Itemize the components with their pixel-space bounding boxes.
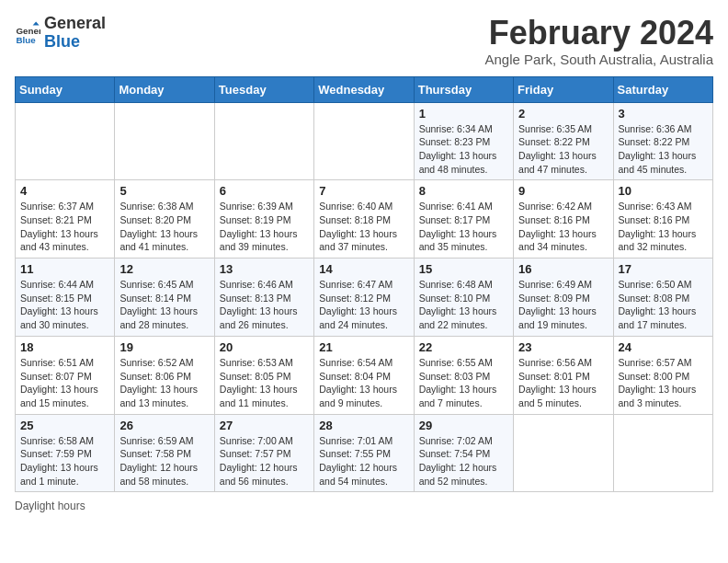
logo-text: General Blue xyxy=(44,15,106,52)
day-number: 19 xyxy=(119,340,209,354)
day-info: Sunrise: 6:35 AM Sunset: 8:22 PM Dayligh… xyxy=(518,122,608,177)
day-info: Sunrise: 6:37 AM Sunset: 8:21 PM Dayligh… xyxy=(20,200,109,254)
day-info: Sunrise: 6:49 AM Sunset: 8:09 PM Dayligh… xyxy=(518,278,608,332)
day-number: 29 xyxy=(419,419,508,432)
calendar-cell: 4Sunrise: 6:37 AM Sunset: 8:21 PM Daylig… xyxy=(16,180,115,259)
day-info: Sunrise: 6:40 AM Sunset: 8:18 PM Dayligh… xyxy=(319,200,408,254)
day-header-thursday: Thursday xyxy=(414,76,513,102)
day-info: Sunrise: 6:47 AM Sunset: 8:12 PM Dayligh… xyxy=(319,278,408,332)
day-number: 11 xyxy=(20,262,109,276)
week-row-4: 18Sunrise: 6:51 AM Sunset: 8:07 PM Dayli… xyxy=(16,336,713,414)
day-number: 4 xyxy=(20,184,109,198)
day-header-monday: Monday xyxy=(115,76,214,102)
day-info: Sunrise: 6:53 AM Sunset: 8:05 PM Dayligh… xyxy=(220,356,309,410)
day-info: Sunrise: 6:46 AM Sunset: 8:13 PM Dayligh… xyxy=(220,278,309,332)
logo-icon: General Blue xyxy=(15,20,40,46)
day-info: Sunrise: 7:00 AM Sunset: 7:57 PM Dayligh… xyxy=(220,434,309,488)
legend: Daylight hours xyxy=(15,500,713,512)
day-number: 10 xyxy=(619,184,708,198)
day-info: Sunrise: 6:43 AM Sunset: 8:16 PM Dayligh… xyxy=(619,200,708,254)
day-number: 24 xyxy=(619,340,708,354)
day-info: Sunrise: 6:58 AM Sunset: 7:59 PM Dayligh… xyxy=(20,434,109,488)
calendar-cell: 17Sunrise: 6:50 AM Sunset: 8:08 PM Dayli… xyxy=(613,259,712,337)
day-info: Sunrise: 6:41 AM Sunset: 8:17 PM Dayligh… xyxy=(419,200,508,254)
calendar-cell: 24Sunrise: 6:57 AM Sunset: 8:00 PM Dayli… xyxy=(613,336,712,414)
week-row-1: 1Sunrise: 6:34 AM Sunset: 8:23 PM Daylig… xyxy=(16,102,713,180)
daylight-hours-label: Daylight hours xyxy=(15,500,85,512)
day-header-saturday: Saturday xyxy=(613,76,712,102)
header-row: SundayMondayTuesdayWednesdayThursdayFrid… xyxy=(16,76,713,102)
calendar-cell: 9Sunrise: 6:42 AM Sunset: 8:16 PM Daylig… xyxy=(514,180,613,259)
calendar-body: 1Sunrise: 6:34 AM Sunset: 8:23 PM Daylig… xyxy=(16,102,713,492)
calendar-cell: 11Sunrise: 6:44 AM Sunset: 8:15 PM Dayli… xyxy=(16,259,115,337)
calendar-cell xyxy=(16,102,115,180)
day-number: 2 xyxy=(518,107,608,121)
day-info: Sunrise: 6:50 AM Sunset: 8:08 PM Dayligh… xyxy=(619,278,708,332)
day-number: 17 xyxy=(619,262,708,276)
calendar-cell: 10Sunrise: 6:43 AM Sunset: 8:16 PM Dayli… xyxy=(613,180,712,259)
calendar-cell: 2Sunrise: 6:35 AM Sunset: 8:22 PM Daylig… xyxy=(514,102,613,180)
day-header-tuesday: Tuesday xyxy=(214,76,313,102)
calendar-cell: 8Sunrise: 6:41 AM Sunset: 8:17 PM Daylig… xyxy=(414,180,513,259)
day-number: 20 xyxy=(220,340,309,354)
calendar-cell: 13Sunrise: 6:46 AM Sunset: 8:13 PM Dayli… xyxy=(214,259,313,337)
calendar-header: SundayMondayTuesdayWednesdayThursdayFrid… xyxy=(16,76,713,102)
page-header: General Blue General Blue February 2024 … xyxy=(15,15,713,67)
day-number: 8 xyxy=(419,184,508,198)
day-info: Sunrise: 6:36 AM Sunset: 8:22 PM Dayligh… xyxy=(619,122,708,177)
calendar-cell: 15Sunrise: 6:48 AM Sunset: 8:10 PM Dayli… xyxy=(414,259,513,337)
day-info: Sunrise: 6:51 AM Sunset: 8:07 PM Dayligh… xyxy=(20,356,109,410)
day-info: Sunrise: 6:44 AM Sunset: 8:15 PM Dayligh… xyxy=(20,278,109,332)
day-number: 26 xyxy=(119,419,209,432)
day-info: Sunrise: 6:59 AM Sunset: 7:58 PM Dayligh… xyxy=(119,434,209,488)
calendar-cell: 25Sunrise: 6:58 AM Sunset: 7:59 PM Dayli… xyxy=(16,414,115,492)
day-number: 13 xyxy=(220,262,309,276)
logo: General Blue General Blue xyxy=(15,15,106,52)
calendar-cell: 5Sunrise: 6:38 AM Sunset: 8:20 PM Daylig… xyxy=(115,180,214,259)
calendar-cell: 14Sunrise: 6:47 AM Sunset: 8:12 PM Dayli… xyxy=(314,259,414,337)
calendar-cell: 6Sunrise: 6:39 AM Sunset: 8:19 PM Daylig… xyxy=(214,180,313,259)
calendar-cell: 19Sunrise: 6:52 AM Sunset: 8:06 PM Dayli… xyxy=(115,336,214,414)
week-row-2: 4Sunrise: 6:37 AM Sunset: 8:21 PM Daylig… xyxy=(16,180,713,259)
day-info: Sunrise: 6:48 AM Sunset: 8:10 PM Dayligh… xyxy=(419,278,508,332)
month-year-title: February 2024 xyxy=(485,15,713,52)
calendar-cell: 12Sunrise: 6:45 AM Sunset: 8:14 PM Dayli… xyxy=(115,259,214,337)
calendar-cell: 3Sunrise: 6:36 AM Sunset: 8:22 PM Daylig… xyxy=(613,102,712,180)
calendar-cell xyxy=(613,414,712,492)
day-info: Sunrise: 6:54 AM Sunset: 8:04 PM Dayligh… xyxy=(319,356,408,410)
day-info: Sunrise: 7:01 AM Sunset: 7:55 PM Dayligh… xyxy=(319,434,408,488)
calendar-cell: 29Sunrise: 7:02 AM Sunset: 7:54 PM Dayli… xyxy=(414,414,513,492)
logo-general: General xyxy=(44,14,106,32)
day-number: 25 xyxy=(20,419,109,432)
day-info: Sunrise: 6:52 AM Sunset: 8:06 PM Dayligh… xyxy=(119,356,209,410)
calendar-table: SundayMondayTuesdayWednesdayThursdayFrid… xyxy=(15,76,713,493)
calendar-cell: 28Sunrise: 7:01 AM Sunset: 7:55 PM Dayli… xyxy=(314,414,414,492)
day-info: Sunrise: 6:39 AM Sunset: 8:19 PM Dayligh… xyxy=(220,200,309,254)
day-number: 21 xyxy=(319,340,408,354)
calendar-cell: 22Sunrise: 6:55 AM Sunset: 8:03 PM Dayli… xyxy=(414,336,513,414)
location-subtitle: Angle Park, South Australia, Australia xyxy=(485,52,713,67)
day-number: 15 xyxy=(419,262,508,276)
calendar-cell: 21Sunrise: 6:54 AM Sunset: 8:04 PM Dayli… xyxy=(314,336,414,414)
calendar-cell: 16Sunrise: 6:49 AM Sunset: 8:09 PM Dayli… xyxy=(514,259,613,337)
day-info: Sunrise: 6:56 AM Sunset: 8:01 PM Dayligh… xyxy=(518,356,608,410)
calendar-cell: 1Sunrise: 6:34 AM Sunset: 8:23 PM Daylig… xyxy=(414,102,513,180)
calendar-cell: 7Sunrise: 6:40 AM Sunset: 8:18 PM Daylig… xyxy=(314,180,414,259)
calendar-cell xyxy=(115,102,214,180)
calendar-cell xyxy=(514,414,613,492)
calendar-cell xyxy=(214,102,313,180)
day-info: Sunrise: 7:02 AM Sunset: 7:54 PM Dayligh… xyxy=(419,434,508,488)
svg-text:Blue: Blue xyxy=(16,35,36,45)
day-number: 9 xyxy=(518,184,608,198)
calendar-cell: 18Sunrise: 6:51 AM Sunset: 8:07 PM Dayli… xyxy=(16,336,115,414)
day-number: 1 xyxy=(419,107,508,121)
day-info: Sunrise: 6:45 AM Sunset: 8:14 PM Dayligh… xyxy=(119,278,209,332)
day-number: 23 xyxy=(518,340,608,354)
calendar-cell: 23Sunrise: 6:56 AM Sunset: 8:01 PM Dayli… xyxy=(514,336,613,414)
day-info: Sunrise: 6:42 AM Sunset: 8:16 PM Dayligh… xyxy=(518,200,608,254)
day-number: 27 xyxy=(220,419,309,432)
calendar-cell: 26Sunrise: 6:59 AM Sunset: 7:58 PM Dayli… xyxy=(115,414,214,492)
day-number: 28 xyxy=(319,419,408,432)
day-number: 12 xyxy=(119,262,209,276)
day-number: 18 xyxy=(20,340,109,354)
